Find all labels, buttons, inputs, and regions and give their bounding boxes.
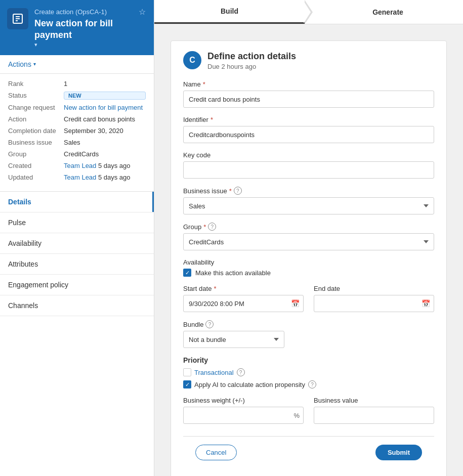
apply-ai-label: Apply AI to calculate action propensity (194, 381, 305, 388)
action-row: Action Credit card bonus points (8, 115, 146, 123)
keycode-group: Key code (183, 151, 434, 179)
keycode-label: Key code (183, 151, 211, 159)
created-when: 5 days ago (98, 162, 131, 169)
business-issue-select[interactable]: Sales (183, 197, 434, 214)
transactional-help-icon[interactable]: ? (237, 368, 245, 376)
availability-checkbox[interactable]: ✓ (183, 269, 191, 277)
sidebar-chevron-icon[interactable]: ▾ (34, 41, 146, 48)
group-required: * (203, 223, 206, 231)
end-date-label: End date (314, 285, 340, 292)
sidebar-nav: Details Pulse Availability Attributes En… (0, 192, 154, 476)
transactional-checkbox[interactable] (183, 368, 191, 376)
sidebar-item-engagement-policy[interactable]: Engagement policy (0, 275, 154, 295)
business-weight-label: Business weight (+/-) (183, 397, 245, 404)
date-row: Start date * 📅 End date 📅 (183, 285, 434, 312)
completion-date-value: September 30, 2020 (64, 127, 146, 135)
group-row: Group CreditCards (8, 150, 146, 158)
updated-row: Updated Team Lead 5 days ago (8, 174, 146, 181)
business-value-group: Business value (314, 397, 434, 424)
status-label: Status (8, 92, 64, 99)
group-select-wrapper: CreditCards (183, 233, 434, 250)
sidebar-meta: Rank 1 Status NEW Change request New act… (0, 74, 154, 192)
change-request-row: Change request New action for bill payme… (8, 104, 146, 111)
group-meta-value: CreditCards (64, 150, 146, 158)
updated-when: 5 days ago (98, 174, 131, 181)
business-issue-required: * (229, 187, 232, 195)
name-group: Name * (183, 80, 434, 108)
form-header-text: Define action details Due 2 hours ago (207, 51, 296, 70)
rank-value: 1 (64, 80, 146, 88)
created-by-link[interactable]: Team Lead (64, 162, 96, 169)
bundle-help-icon[interactable]: ? (205, 320, 214, 328)
name-input[interactable] (183, 91, 434, 108)
sidebar-item-details[interactable]: Details (0, 192, 154, 212)
group-select[interactable]: CreditCards (183, 233, 434, 250)
apply-ai-help-icon[interactable]: ? (308, 380, 316, 388)
sidebar-item-attributes[interactable]: Attributes (0, 254, 154, 275)
name-label: Name (183, 80, 201, 88)
tabs-bar: Build Generate (154, 0, 463, 24)
completion-date-label: Completion date (8, 127, 64, 135)
rank-row: Rank 1 (8, 80, 146, 88)
check-icon: ✓ (185, 270, 190, 276)
group-help-icon[interactable]: ? (208, 223, 216, 231)
start-date-calendar-icon[interactable]: 📅 (291, 299, 300, 308)
sidebar-title: New action for bill payment (34, 18, 146, 41)
sidebar-item-channels[interactable]: Channels (0, 295, 154, 316)
change-request-link[interactable]: New action for bill payment (64, 104, 143, 111)
start-date-label: Start date (183, 285, 212, 292)
keycode-input[interactable] (183, 161, 434, 179)
start-date-input-wrap: 📅 (183, 295, 304, 312)
sidebar-item-availability[interactable]: Availability (0, 233, 154, 254)
business-issue-row: Business issue Sales (8, 139, 146, 146)
sidebar-header-icon (7, 8, 28, 29)
end-date-calendar-icon[interactable]: 📅 (422, 299, 430, 308)
transactional-row: Transactional ? (183, 368, 434, 376)
business-issue-help-icon[interactable]: ? (234, 187, 242, 195)
apply-ai-checkbox[interactable]: ✓ (183, 380, 191, 388)
start-date-group: Start date * 📅 (183, 285, 304, 312)
business-weight-group: Business weight (+/-) % (183, 397, 304, 424)
completion-date-row: Completion date September 30, 2020 (8, 127, 146, 135)
start-date-input[interactable] (183, 295, 304, 312)
transactional-label: Transactional (194, 369, 234, 376)
availability-label: Availability (183, 258, 214, 266)
form-due: Due 2 hours ago (207, 63, 296, 70)
sidebar-header: Create action (OpsCA-1) ☆ New action for… (0, 0, 154, 55)
availability-group: Availability ✓ Make this action availabl… (183, 258, 434, 277)
created-label: Created (8, 162, 64, 169)
identifier-input[interactable] (183, 126, 434, 143)
actions-chevron-icon: ▾ (33, 61, 36, 67)
business-value-input[interactable] (314, 407, 434, 424)
bundle-group: Bundle ? Not a bundle (183, 320, 434, 348)
star-icon[interactable]: ☆ (139, 7, 146, 17)
end-date-input-wrap: 📅 (314, 295, 434, 312)
end-date-input[interactable] (314, 295, 434, 312)
form-header: C Define action details Due 2 hours ago (183, 51, 434, 70)
business-weight-input-wrap: % (183, 407, 304, 424)
action-value: Credit card bonus points (64, 115, 146, 123)
create-action-label: Create action (OpsCA-1) (34, 8, 107, 16)
start-date-required: * (214, 285, 216, 292)
business-issue-meta-label: Business issue (8, 139, 64, 146)
actions-label: Actions (8, 60, 31, 68)
business-weight-input[interactable] (183, 407, 304, 424)
form-footer: Cancel Submit (183, 436, 434, 468)
cancel-button[interactable]: Cancel (195, 445, 237, 460)
actions-dropdown[interactable]: Actions ▾ (8, 60, 36, 68)
updated-by-link[interactable]: Team Lead (64, 174, 96, 181)
change-request-label: Change request (8, 104, 64, 111)
bundle-select[interactable]: Not a bundle (183, 331, 284, 348)
business-issue-meta-value: Sales (64, 139, 146, 146)
rank-label: Rank (8, 80, 64, 88)
sidebar-item-pulse[interactable]: Pulse (0, 212, 154, 233)
submit-button[interactable]: Submit (375, 445, 422, 460)
tab-build[interactable]: Build (154, 0, 305, 24)
availability-checkbox-label: Make this action available (195, 269, 271, 277)
sidebar: Create action (OpsCA-1) ☆ New action for… (0, 0, 154, 476)
apply-ai-check-icon: ✓ (185, 381, 190, 388)
business-issue-group: Business issue * ? Sales (183, 187, 434, 214)
tab-generate[interactable]: Generate (313, 0, 463, 24)
tab-arrow-separator (305, 0, 313, 24)
apply-ai-row: ✓ Apply AI to calculate action propensit… (183, 380, 434, 388)
